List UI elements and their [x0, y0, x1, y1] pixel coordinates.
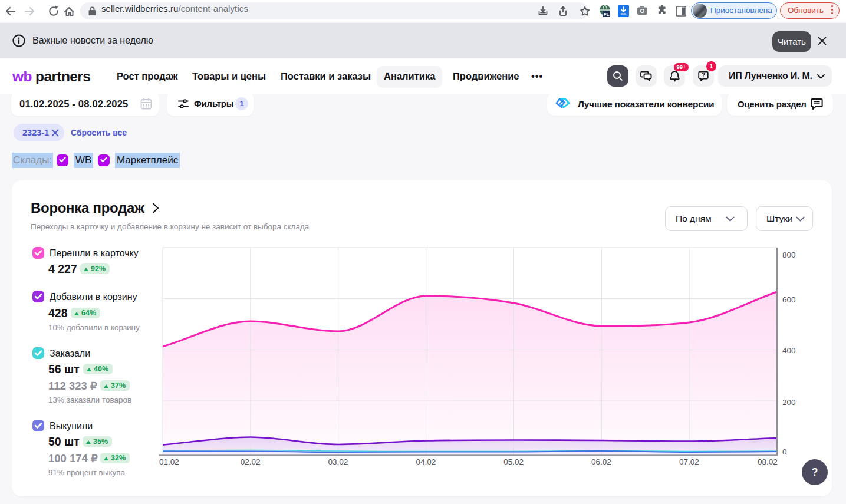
svg-text:?: ? — [702, 71, 706, 78]
svg-text:800: 800 — [782, 251, 796, 259]
svg-text:600: 600 — [782, 295, 796, 304]
svg-text:01.02: 01.02 — [159, 457, 179, 466]
svg-text:03.02: 03.02 — [328, 457, 348, 466]
svg-text:200: 200 — [782, 398, 796, 407]
svg-text:05.02: 05.02 — [503, 457, 524, 466]
svg-text:0: 0 — [782, 447, 787, 456]
svg-text:06.02: 06.02 — [591, 457, 611, 466]
svg-text:02.02: 02.02 — [241, 457, 261, 466]
svg-text:08.02: 08.02 — [758, 457, 778, 466]
svg-text:PL: PL — [604, 12, 610, 17]
svg-text:07.02: 07.02 — [679, 457, 699, 466]
svg-text:04.02: 04.02 — [416, 457, 436, 466]
svg-text:400: 400 — [782, 346, 796, 355]
